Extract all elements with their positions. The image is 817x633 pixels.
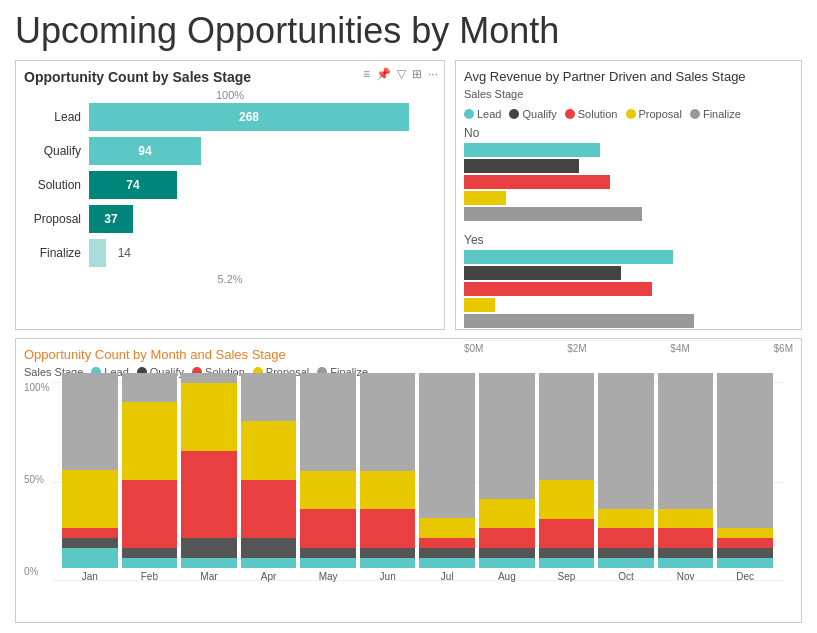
h-bar-row xyxy=(464,207,793,221)
h-bar-fill xyxy=(464,191,506,205)
segment-finalize xyxy=(717,373,773,528)
left-panel: ≡ 📌 ▽ ⊞ ··· Opportunity Count by Sales S… xyxy=(15,60,445,330)
stacked-bar xyxy=(658,373,714,568)
segment-solution xyxy=(539,519,595,548)
segment-lead xyxy=(539,558,595,568)
segment-proposal xyxy=(658,509,714,529)
right-legend-label: Sales Stage xyxy=(464,88,523,100)
segment-proposal xyxy=(419,518,475,538)
bar-label: Proposal xyxy=(24,212,89,226)
segment-proposal xyxy=(181,383,237,451)
segment-solution xyxy=(717,538,773,548)
stacked-bar xyxy=(539,373,595,568)
legend-dot xyxy=(464,109,474,119)
more-icon[interactable]: ··· xyxy=(428,67,438,81)
right-legend: Sales Stage LeadQualifySolutionProposalF… xyxy=(464,88,793,120)
bar-row-lead: Lead268 xyxy=(24,103,436,131)
h-bar-fill xyxy=(464,207,642,221)
bar-container: 74 xyxy=(89,171,436,199)
segment-proposal xyxy=(122,402,178,480)
segment-proposal xyxy=(241,421,297,479)
h-bar-row xyxy=(464,159,793,173)
legend-item-finalize: Finalize xyxy=(690,108,741,120)
percent-bottom: 5.2% xyxy=(24,273,436,285)
segment-lead xyxy=(300,558,356,568)
month-label: Oct xyxy=(618,571,634,582)
segment-qualify xyxy=(360,548,416,558)
stacked-col-feb: Feb xyxy=(122,373,178,582)
stacked-bar xyxy=(241,373,297,568)
stacked-bar xyxy=(479,373,535,568)
legend-dot xyxy=(690,109,700,119)
bottom-bars-container: JanFebMarAprMayJunJulAugSepOctNovDec xyxy=(52,382,783,582)
segment-solution xyxy=(181,451,237,539)
segment-lead xyxy=(62,548,118,568)
bar-row-qualify: Qualify94 xyxy=(24,137,436,165)
month-label: May xyxy=(319,571,338,582)
expand-icon[interactable]: ⊞ xyxy=(412,67,422,81)
month-label: Jul xyxy=(441,571,454,582)
segment-qualify xyxy=(598,548,654,558)
segment-proposal xyxy=(539,480,595,519)
bar-container: 94 xyxy=(89,137,436,165)
segment-proposal xyxy=(300,471,356,510)
bottom-panel-title: Opportunity Count by Month and Sales Sta… xyxy=(24,347,793,362)
h-bar-row xyxy=(464,191,793,205)
bar-fill: 37 xyxy=(89,205,133,233)
segment-lead xyxy=(419,558,475,568)
stacked-col-oct: Oct xyxy=(598,373,654,582)
menu-icon[interactable]: ≡ xyxy=(363,67,370,81)
segment-qualify xyxy=(479,548,535,558)
bar-label: Qualify xyxy=(24,144,89,158)
segment-solution xyxy=(300,509,356,548)
segment-lead xyxy=(717,558,773,568)
stacked-col-jul: Jul xyxy=(419,373,475,582)
pin-icon[interactable]: 📌 xyxy=(376,67,391,81)
stacked-chart: JanFebMarAprMayJunJulAugSepOctNovDec xyxy=(52,382,783,582)
segment-finalize xyxy=(241,373,297,422)
legend-item-qualify: Qualify xyxy=(509,108,556,120)
h-bar-fill xyxy=(464,266,621,280)
segment-proposal xyxy=(598,509,654,529)
segment-finalize xyxy=(62,373,118,470)
bar-row-finalize: Finalize14 xyxy=(24,239,436,267)
segment-solution xyxy=(598,528,654,548)
h-bar-row xyxy=(464,175,793,189)
top-row: ≡ 📌 ▽ ⊞ ··· Opportunity Count by Sales S… xyxy=(15,60,802,330)
segment-solution xyxy=(241,480,297,538)
stacked-bar xyxy=(300,373,356,568)
stacked-bar xyxy=(598,373,654,568)
segment-solution xyxy=(419,538,475,548)
segment-qualify xyxy=(419,548,475,558)
h-bar-fill xyxy=(464,175,610,189)
stacked-bar xyxy=(360,373,416,568)
stacked-col-mar: Mar xyxy=(181,373,237,582)
legend-dot xyxy=(565,109,575,119)
segment-proposal xyxy=(717,528,773,538)
stacked-col-aug: Aug xyxy=(479,373,535,582)
h-bar-row xyxy=(464,314,793,328)
month-label: Nov xyxy=(677,571,695,582)
segment-solution xyxy=(658,528,714,548)
filter-icon[interactable]: ▽ xyxy=(397,67,406,81)
stacked-bar xyxy=(62,373,118,568)
segment-finalize xyxy=(539,373,595,480)
segment-solution xyxy=(479,528,535,548)
legend-label: Lead xyxy=(477,108,501,120)
legend-dot xyxy=(509,109,519,119)
group-label: No xyxy=(464,126,793,140)
segment-finalize xyxy=(300,373,356,471)
percent-top: 100% xyxy=(24,89,436,101)
h-bar-row xyxy=(464,143,793,157)
segment-qualify xyxy=(122,548,178,558)
segment-qualify xyxy=(658,548,714,558)
h-bar-row xyxy=(464,266,793,280)
h-bar-fill xyxy=(464,159,579,173)
group-label: Yes xyxy=(464,233,793,247)
bar-container: 37 xyxy=(89,205,436,233)
segment-lead xyxy=(241,558,297,568)
segment-lead xyxy=(360,558,416,568)
segment-lead xyxy=(181,558,237,568)
right-panel-title: Avg Revenue by Partner Driven and Sales … xyxy=(464,69,793,84)
segment-proposal xyxy=(360,471,416,510)
